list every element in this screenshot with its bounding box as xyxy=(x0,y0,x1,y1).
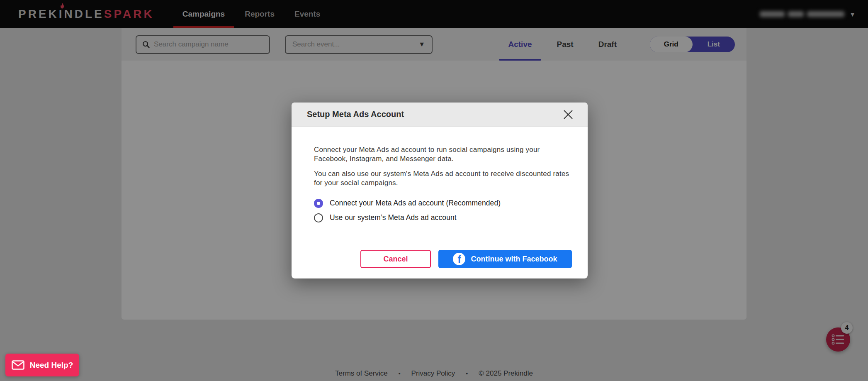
modal-body: Connect your Meta Ads ad account to run … xyxy=(292,127,588,222)
option-use-system-account[interactable]: Use our system’s Meta Ads ad account xyxy=(314,213,572,222)
modal-title: Setup Meta Ads Account xyxy=(307,110,404,119)
cancel-button[interactable]: Cancel xyxy=(360,250,431,268)
close-button[interactable] xyxy=(561,107,575,122)
need-help-label: Need Help? xyxy=(30,361,73,370)
modal-header: Setup Meta Ads Account xyxy=(292,103,588,127)
app-viewport: PREKINDLESPARK Campaigns Reports Events … xyxy=(0,0,868,381)
ad-account-options: Connect your Meta Ads ad account (Recomm… xyxy=(314,199,572,222)
radio-unselected-icon[interactable] xyxy=(314,213,323,222)
setup-meta-ads-modal: Setup Meta Ads Account Connect your Meta… xyxy=(292,103,588,278)
need-help-button[interactable]: Need Help? xyxy=(5,354,79,376)
modal-paragraph-2: You can also use our system's Meta Ads a… xyxy=(314,169,571,188)
continue-with-facebook-button[interactable]: f Continue with Facebook xyxy=(438,250,572,268)
close-icon xyxy=(562,108,574,121)
radio-selected-icon[interactable] xyxy=(314,199,323,208)
modal-actions: Cancel f Continue with Facebook xyxy=(360,250,572,268)
envelope-icon xyxy=(12,360,24,370)
option-connect-own-account[interactable]: Connect your Meta Ads ad account (Recomm… xyxy=(314,199,572,208)
modal-paragraph-1: Connect your Meta Ads ad account to run … xyxy=(314,145,571,164)
facebook-icon: f xyxy=(453,253,465,265)
